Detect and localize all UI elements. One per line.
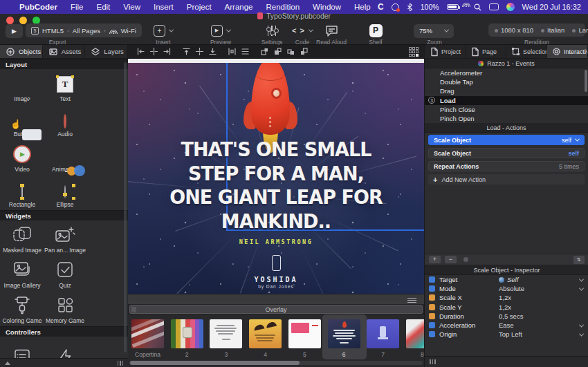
page-thumbnail-7[interactable] bbox=[367, 319, 399, 348]
property-value[interactable]: 1,2x bbox=[499, 303, 583, 311]
collapse-icon[interactable] bbox=[5, 361, 10, 365]
bluetooth-icon[interactable] bbox=[407, 3, 413, 12]
siri-icon[interactable] bbox=[506, 3, 515, 11]
notification-globe-icon[interactable] bbox=[392, 3, 399, 11]
property-value[interactable]: Absolute bbox=[499, 285, 576, 292]
object-item-coloring-game[interactable]: Coloring Game bbox=[1, 291, 44, 326]
resize-grip-icon[interactable] bbox=[430, 359, 436, 364]
bring-forward-icon[interactable] bbox=[258, 47, 271, 57]
property-value[interactable]: Top Left bbox=[499, 330, 576, 338]
quote-author[interactable]: NEIL ARMSTRONG bbox=[128, 238, 424, 245]
menu-file[interactable]: File bbox=[71, 3, 84, 11]
menu-help[interactable]: Help bbox=[354, 3, 371, 11]
property-row-scale-x[interactable]: Scale X1,2x bbox=[425, 293, 588, 302]
quote-text-object[interactable]: THAT'S ONE SMALLSTEP FOR A MAN,ONE GIANT… bbox=[138, 138, 414, 233]
rendition-selector[interactable]: 1080 x 810 Italian Landscape bbox=[488, 23, 585, 37]
align-bottom-icon[interactable] bbox=[206, 47, 219, 57]
rendition-size[interactable]: 1080 x 810 bbox=[495, 26, 533, 34]
menu-project[interactable]: Project bbox=[187, 3, 212, 11]
object-item-animation[interactable]: Animation bbox=[44, 140, 86, 175]
send-to-back-icon[interactable] bbox=[297, 47, 311, 57]
menu-edit[interactable]: Edit bbox=[96, 3, 110, 11]
read-aloud-button[interactable] bbox=[313, 23, 350, 37]
run-button[interactable]: ▶ bbox=[6, 24, 23, 38]
property-value[interactable]: Self bbox=[499, 276, 576, 283]
object-item-masked-image[interactable]: Masked Image bbox=[1, 220, 44, 256]
action-row-repeat-actions[interactable]: Repeat Actions5 times bbox=[428, 161, 585, 171]
distribute-vertical-icon[interactable] bbox=[239, 47, 252, 57]
export-breadcrumb[interactable]: 5 HTML5› All Pages› Wi-Fi bbox=[26, 23, 142, 37]
insert-button[interactable]: + bbox=[147, 23, 180, 37]
object-item-ellipse[interactable]: Ellipse bbox=[44, 175, 86, 210]
menu-view[interactable]: View bbox=[123, 3, 140, 11]
menu-insert[interactable]: Insert bbox=[154, 3, 174, 11]
event-row-double-tap[interactable]: Double Tap bbox=[425, 77, 588, 86]
resize-grip-icon[interactable] bbox=[118, 361, 124, 366]
property-row-origin[interactable]: OriginTop Left bbox=[425, 330, 588, 339]
bring-to-front-icon[interactable] bbox=[284, 47, 297, 57]
property-value[interactable]: Ease bbox=[499, 321, 576, 329]
object-item-text[interactable]: TText bbox=[44, 69, 86, 104]
drag-handle-icon[interactable] bbox=[407, 298, 416, 304]
object-item-image-gallery[interactable]: Image Gallery bbox=[1, 256, 44, 291]
object-item-pan-an-image[interactable]: Pan an... Image bbox=[44, 220, 86, 256]
panel-tab-project[interactable]: Project bbox=[425, 45, 466, 58]
property-value[interactable]: 0,5 secs bbox=[499, 312, 583, 320]
panel-tab-selection[interactable]: Selection bbox=[506, 45, 547, 58]
property-value[interactable]: 1,2x bbox=[499, 294, 583, 301]
sidebar-tab-assets[interactable]: Assets bbox=[43, 45, 86, 58]
object-item-memory-game[interactable]: Memory Game bbox=[44, 291, 86, 326]
zoom-dropdown[interactable]: 75% bbox=[414, 24, 454, 38]
align-left-icon[interactable] bbox=[134, 47, 147, 57]
align-center-vertical-icon[interactable] bbox=[193, 47, 206, 57]
add-new-action-button[interactable]: +Add New Action bbox=[428, 174, 585, 185]
battery-icon[interactable] bbox=[447, 4, 459, 10]
event-row-pinch-close[interactable]: Pinch Close bbox=[425, 105, 588, 114]
action-row-scale-object[interactable]: Scale Objectself bbox=[428, 148, 585, 158]
sidebar-tab-layers[interactable]: Layers bbox=[85, 45, 128, 58]
event-row-load[interactable]: 3Load bbox=[425, 96, 588, 105]
menu-pubcoder[interactable]: PubCoder bbox=[19, 3, 57, 11]
spotlight-icon[interactable] bbox=[474, 3, 481, 11]
panel-tab-interactivity[interactable]: Interactivity bbox=[547, 45, 588, 58]
rendition-language[interactable]: Italian bbox=[541, 26, 564, 34]
page-thumbnail-copertina[interactable] bbox=[131, 319, 164, 348]
object-item-video[interactable]: ▶Video bbox=[1, 140, 44, 175]
property-row-duration[interactable]: Duration0,5 secs bbox=[425, 312, 588, 321]
align-top-icon[interactable] bbox=[180, 47, 193, 57]
property-row-scale-y[interactable]: Scale Y1,2x bbox=[425, 303, 588, 312]
add-action-button[interactable]: + bbox=[429, 256, 441, 263]
preview-button[interactable]: ▶ bbox=[204, 23, 237, 37]
thumbnails-scrollbar[interactable] bbox=[129, 361, 423, 365]
page-thumbnail-4[interactable] bbox=[249, 319, 282, 348]
record-icon[interactable] bbox=[463, 257, 468, 262]
shelf-button[interactable]: P bbox=[365, 23, 387, 37]
menu-arrange[interactable]: Arrange bbox=[225, 3, 253, 11]
send-backward-icon[interactable] bbox=[271, 47, 284, 57]
distribute-horizontal-icon[interactable] bbox=[226, 47, 239, 57]
property-row-mode[interactable]: ModeAbsolute bbox=[425, 284, 588, 293]
remove-action-button[interactable]: − bbox=[445, 256, 457, 263]
object-item-rectangle[interactable]: Rectangle bbox=[1, 175, 44, 210]
overlay-bar[interactable]: Overlay bbox=[129, 305, 423, 314]
app-status-icon[interactable]: C bbox=[378, 2, 384, 12]
page-thumbnail-3[interactable] bbox=[210, 319, 242, 348]
event-row-accelerometer[interactable]: Accelerometer bbox=[425, 68, 588, 77]
align-center-horizontal-icon[interactable] bbox=[147, 47, 160, 57]
property-row-acceleration[interactable]: AccelerationEase bbox=[425, 321, 588, 330]
sidebar-tab-objects[interactable]: Objects bbox=[0, 45, 43, 58]
action-row-scale-object[interactable]: Scale Objectself bbox=[428, 135, 585, 145]
sort-actions-icon[interactable]: ⇅ bbox=[573, 256, 585, 264]
panel-tab-page[interactable]: Page bbox=[466, 45, 506, 58]
page-thumbnail-6[interactable] bbox=[328, 319, 360, 348]
menu-window[interactable]: Window bbox=[313, 3, 341, 11]
object-item-image[interactable]: Image bbox=[1, 69, 44, 104]
event-row-pinch-open[interactable]: Pinch Open bbox=[425, 114, 588, 123]
space-background[interactable]: THAT'S ONE SMALLSTEP FOR A MAN,ONE GIANT… bbox=[128, 63, 424, 294]
menu-rendition[interactable]: Rendition bbox=[266, 3, 300, 11]
input-menu-icon[interactable] bbox=[489, 3, 499, 10]
object-item-audio[interactable]: Audio bbox=[44, 104, 86, 140]
page-thumbnail-2[interactable] bbox=[171, 319, 203, 348]
page-thumbnail-5[interactable] bbox=[288, 319, 321, 348]
grid-snap-icon[interactable] bbox=[409, 47, 419, 57]
